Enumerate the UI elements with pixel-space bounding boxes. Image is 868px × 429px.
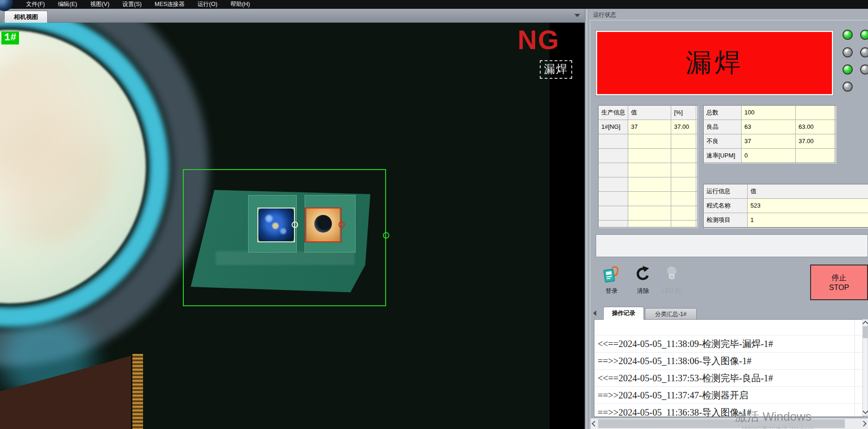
log-entry[interactable]: ==>>2024-05-05_11:36:38-导入图像-1# [594, 404, 863, 417]
table-row-empty [599, 163, 697, 177]
table-cell: 0 [742, 149, 796, 163]
menu-item-view[interactable]: 视图(V) [84, 0, 116, 9]
led-light-button[interactable]: LED 灯 [656, 265, 687, 295]
camera-letterbox [550, 22, 585, 429]
production-table: 生产信息 值 [%] 1#[NG] 37 37.00 [598, 105, 698, 227]
menu-item-help[interactable]: 帮助(H) [224, 0, 256, 9]
table-cell: 速率[UPM] [704, 149, 742, 163]
tab-camera-view[interactable]: 相机视图 [4, 11, 48, 23]
led-indicator [860, 64, 868, 75]
table-cell: 37.00 [796, 134, 835, 148]
clear-refresh-icon [634, 265, 652, 284]
camera-viewport: 1# NG 漏焊 [0, 22, 585, 429]
table-cell: 检测项目 [704, 213, 748, 227]
table-row: 良品 63 63.00 [704, 120, 836, 134]
table-cell: 良品 [704, 120, 742, 134]
status-panel-title: 运行状态 [593, 11, 616, 19]
menu-item-mes-connector[interactable]: MES连接器 [148, 0, 191, 9]
tab-scroll-left-icon[interactable] [593, 310, 596, 316]
roi-box-main [183, 169, 386, 306]
led-button-label: LED 灯 [656, 287, 687, 295]
defect-tag: 漏焊 [540, 60, 572, 79]
table-row: 总数 100 [704, 106, 836, 120]
log-entry[interactable]: <<==2024-05-05_11:38:09-检测完毕-漏焊-1# [594, 335, 863, 353]
login-button[interactable]: 登录 [598, 265, 625, 295]
log-entry[interactable]: ==>>2024-05-05_11:37:47-检测器开启 [594, 387, 863, 404]
table-cell: 37.00 [671, 120, 696, 134]
led-indicator [860, 47, 868, 57]
menu-item-run[interactable]: 运行(O) [191, 0, 224, 9]
table-cell: 总数 [704, 106, 742, 120]
clear-button[interactable]: 清除 [630, 265, 656, 295]
table-row-empty [599, 149, 697, 163]
connector-strip [131, 354, 143, 429]
table-row: 速率[UPM] 0 [704, 149, 836, 163]
led-indicator [843, 30, 853, 40]
panel-splitter[interactable] [585, 9, 589, 429]
table-cell: 37 [628, 120, 671, 134]
login-button-label: 登录 [598, 287, 625, 295]
tab-classification-summary[interactable]: 分类汇总-1# [645, 308, 697, 320]
scroll-down-icon[interactable] [862, 408, 868, 414]
led-indicator [843, 64, 853, 75]
led-indicator [843, 47, 853, 57]
table-cell: 1#[NG] [599, 120, 628, 134]
table-header-cell: 生产信息 [599, 106, 628, 120]
table-row: 检测项目 1 [704, 213, 868, 227]
log-entry[interactable]: ==>>2024-05-05_11:38:06-导入图像-1# [594, 353, 863, 370]
table-header-cell: 值 [748, 184, 868, 198]
activate-windows-watermark-line2: 转到“设置”以激活 Windows。 [742, 425, 820, 429]
table-cell: 63 [742, 120, 796, 134]
table-cell: 1 [748, 213, 868, 227]
table-row: 程式名称 523 [704, 199, 868, 213]
camera-tab-bar: 相机视图 [0, 9, 585, 23]
run-info-table: 运行信息 值 程式名称 523 检测项目 1 [703, 184, 868, 228]
table-row: 不良 37 37.00 [704, 134, 836, 149]
table-row: 1#[NG] 37 37.00 [599, 120, 697, 134]
menu-item-file[interactable]: 文件(F) [19, 0, 51, 9]
table-row-empty [599, 206, 697, 221]
table-header-row: 生产信息 值 [%] [599, 106, 697, 120]
id-badge-icon [603, 265, 620, 284]
menu-item-settings[interactable]: 设置(S) [116, 0, 148, 9]
table-row-empty [599, 192, 697, 206]
scroll-left-icon[interactable] [592, 421, 598, 427]
application-window: 文件(F) 编辑(E) 视图(V) 设置(S) MES连接器 运行(O) 帮助(… [0, 0, 868, 429]
log-horizontal-scrollbar[interactable] [591, 418, 868, 429]
table-cell: 100 [742, 106, 796, 120]
stats-table: 总数 100 良品 63 63.00 不良 37 37.00 速率[UPM] 0 [703, 105, 836, 163]
clear-button-label: 清除 [630, 287, 656, 295]
inspection-result-text: NG [518, 24, 560, 55]
vscroll-thumb[interactable] [863, 326, 868, 338]
status-banner-text: 漏焊 [686, 45, 743, 81]
camera-id-badge: 1# [1, 32, 19, 44]
log-list: <<==2024-05-05_11:38:09-检测完毕-漏焊-1# ==>>2… [594, 319, 863, 417]
table-header-cell: 运行信息 [704, 184, 748, 198]
stop-button[interactable]: 停止 STOP [810, 265, 868, 300]
table-cell: 63.00 [796, 120, 835, 134]
activate-windows-watermark: 激活 Windows [735, 409, 812, 425]
menu-bar: 文件(F) 编辑(E) 视图(V) 设置(S) MES连接器 运行(O) 帮助(… [0, 0, 868, 9]
table-cell [796, 106, 835, 120]
tab-operation-log[interactable]: 操作记录 [603, 307, 644, 320]
table-cell: 523 [748, 199, 868, 213]
stop-button-label-en: STOP [829, 283, 849, 292]
led-indicator [843, 82, 853, 92]
stop-button-label-cn: 停止 [832, 273, 847, 283]
table-row-empty [599, 177, 697, 192]
led-bulb-icon [664, 265, 680, 284]
roi-handle[interactable] [383, 232, 389, 239]
table-row-empty [599, 221, 697, 227]
log-entry[interactable]: <<==2024-05-05_11:37:53-检测完毕-良品-1# [594, 370, 863, 387]
led-indicator [860, 30, 868, 40]
log-vertical-scrollbar[interactable] [862, 319, 868, 416]
menu-item-edit[interactable]: 编辑(E) [51, 0, 84, 9]
message-box [596, 234, 868, 257]
scroll-up-icon[interactable] [862, 321, 868, 327]
table-cell: 37 [742, 134, 796, 148]
table-header-cell: 值 [628, 106, 671, 120]
table-cell: 程式名称 [704, 199, 748, 213]
scroll-right-icon[interactable] [861, 421, 867, 427]
chevron-down-icon[interactable] [575, 14, 580, 17]
table-cell [796, 149, 835, 163]
